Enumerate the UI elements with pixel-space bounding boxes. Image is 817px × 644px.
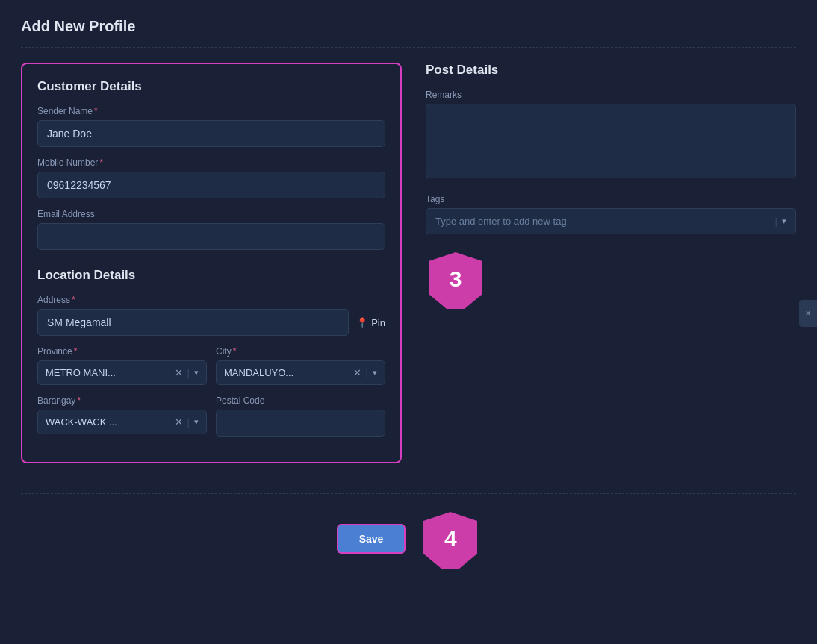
email-address-label: Email Address [37, 209, 385, 219]
page-title: Add New Profile [21, 18, 796, 48]
pin-label: Pin [371, 317, 385, 328]
barangay-select[interactable]: WACK-WACK ... ✕ | ▾ [37, 410, 207, 434]
required-star-province: * [74, 346, 78, 357]
tags-input-box[interactable]: Type and enter to add new tag | ▾ [426, 208, 796, 234]
tags-divider: | [775, 216, 777, 227]
barangay-postal-row: Barangay* WACK-WACK ... ✕ | ▾ Postal Cod… [37, 396, 385, 447]
city-select[interactable]: MANDALUYO... ✕ | ▾ [216, 360, 385, 385]
annotation-3-container: 3 [426, 249, 796, 309]
city-value: MANDALUYO... [224, 367, 349, 378]
barangay-group: Barangay* WACK-WACK ... ✕ | ▾ [37, 396, 207, 437]
address-row: 📍 Pin [37, 309, 385, 336]
barangay-divider: | [187, 416, 190, 428]
address-input[interactable] [37, 309, 349, 336]
tags-chevron-down-icon[interactable]: ▾ [782, 216, 786, 226]
mobile-number-input[interactable] [37, 172, 385, 198]
postal-code-group: Postal Code [216, 396, 385, 437]
city-clear-icon[interactable]: ✕ [353, 367, 361, 378]
required-star-mobile: * [99, 157, 103, 168]
customer-details-panel: Customer Details Sender Name* Mobile Num… [21, 63, 402, 463]
address-label: Address* [37, 295, 385, 305]
mobile-number-group: Mobile Number* [37, 157, 385, 198]
barangay-value: WACK-WACK ... [46, 416, 170, 428]
city-label: City* [216, 346, 385, 357]
bottom-section: Save 4 [21, 493, 796, 569]
province-group: Province* METRO MANI... ✕ | ▾ [37, 346, 207, 385]
annotation-4-number: 4 [444, 526, 457, 551]
city-group: City* MANDALUYO... ✕ | ▾ [216, 346, 385, 385]
province-chevron-down-icon[interactable]: ▾ [194, 368, 199, 378]
province-city-row: Province* METRO MANI... ✕ | ▾ City* [37, 346, 385, 396]
location-details-section: Location Details Address* 📍 Pin [37, 268, 385, 447]
tags-group: Tags Type and enter to add new tag | ▾ [426, 194, 796, 234]
remarks-textarea[interactable] [426, 104, 796, 178]
required-star-address: * [72, 295, 75, 305]
province-divider: | [187, 367, 190, 378]
close-icon: × [805, 308, 810, 319]
side-close-button[interactable]: × [799, 300, 817, 327]
annotation-bubble-4: 4 [420, 509, 480, 569]
postal-code-label: Postal Code [216, 396, 385, 406]
pin-icon: 📍 [356, 317, 368, 328]
city-chevron-down-icon[interactable]: ▾ [373, 368, 377, 378]
province-select[interactable]: METRO MANI... ✕ | ▾ [37, 360, 207, 385]
required-star: * [94, 106, 98, 116]
postal-code-input[interactable] [216, 410, 385, 437]
tags-placeholder: Type and enter to add new tag [435, 216, 771, 227]
save-button[interactable]: Save [337, 524, 406, 554]
province-clear-icon[interactable]: ✕ [175, 367, 183, 378]
barangay-chevron-down-icon[interactable]: ▾ [194, 417, 199, 427]
barangay-clear-icon[interactable]: ✕ [175, 416, 183, 428]
email-address-group: Email Address [37, 209, 385, 250]
pin-button[interactable]: 📍 Pin [356, 317, 385, 328]
post-details-title: Post Details [426, 63, 796, 78]
address-group: Address* 📍 Pin [37, 295, 385, 336]
tags-label: Tags [426, 194, 796, 204]
remarks-group: Remarks [426, 90, 796, 181]
barangay-label: Barangay* [37, 396, 207, 406]
post-details-panel: Post Details Remarks Tags Type and enter… [426, 63, 796, 309]
mobile-number-label: Mobile Number* [37, 157, 385, 168]
province-label: Province* [37, 346, 207, 357]
sender-name-group: Sender Name* [37, 106, 385, 147]
required-star-city: * [233, 346, 237, 357]
sender-name-label: Sender Name* [37, 106, 385, 116]
city-divider: | [366, 367, 368, 378]
annotation-3-number: 3 [450, 266, 462, 292]
location-details-title: Location Details [37, 268, 385, 283]
annotation-bubble-3: 3 [426, 249, 485, 309]
required-star-barangay: * [77, 396, 81, 406]
province-value: METRO MANI... [46, 367, 170, 378]
remarks-label: Remarks [426, 90, 796, 100]
customer-details-title: Customer Details [37, 79, 385, 94]
sender-name-input[interactable] [37, 120, 385, 147]
email-address-input[interactable] [37, 223, 385, 250]
